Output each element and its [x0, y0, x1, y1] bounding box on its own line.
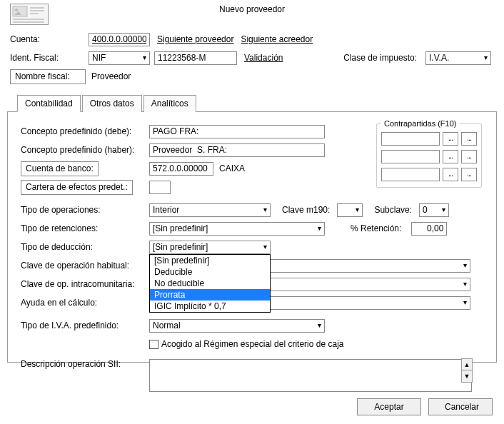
scroll-down-icon[interactable]: ▼	[462, 370, 472, 382]
dropdown-option[interactable]: Prorrata	[150, 289, 270, 301]
contrapartida-input-2[interactable]	[381, 150, 440, 163]
window-title: Nuevo proveedor	[0, 0, 504, 19]
clase-impuesto-select[interactable]: I.V.A.	[425, 51, 491, 65]
contrapartida-btn-1b[interactable]: ...	[461, 132, 477, 146]
dropdown-option[interactable]: Deducible	[150, 266, 270, 278]
cuenta-banco-input[interactable]	[149, 162, 213, 176]
contrapartida-btn-1a[interactable]: ...	[443, 132, 458, 146]
concepto-haber-label: Concepto predefinido (haber):	[21, 145, 149, 155]
aceptar-button[interactable]: Aceptar	[357, 398, 421, 415]
contrapartida-row: ... ...	[381, 132, 477, 146]
cartera-input[interactable]	[149, 181, 171, 194]
descripcion-sii-label: Descripción operación SII:	[21, 359, 149, 369]
document-template-icon	[10, 4, 49, 25]
cuenta-banco-button[interactable]: Cuenta de banco:	[21, 161, 99, 176]
dropdown-option[interactable]: No deducible	[150, 278, 270, 289]
ident-fiscal-label: Ident. Fiscal:	[10, 53, 89, 63]
clave-op-habitual-label: Clave de operación habitual:	[21, 261, 149, 271]
contrapartida-btn-2b[interactable]: ...	[461, 150, 477, 163]
concepto-haber-input[interactable]	[149, 143, 325, 157]
ident-type-select[interactable]: NIF	[89, 51, 150, 65]
tab-contabilidad[interactable]: Contabilidad	[17, 95, 81, 112]
cartera-button[interactable]: Cartera de efectos predet.:	[21, 180, 133, 195]
scroll-up-icon[interactable]: ▲	[462, 359, 472, 370]
cancelar-button[interactable]: Cancelar	[428, 398, 493, 415]
concepto-debe-input[interactable]	[149, 125, 325, 138]
tab-analiticos[interactable]: Analíticos	[143, 95, 196, 112]
nombre-fiscal-input[interactable]	[89, 70, 474, 84]
dropdown-option[interactable]: IGIC Implícito * 0,7	[150, 301, 270, 312]
contrapartida-btn-3b[interactable]: ...	[461, 168, 477, 181]
svg-rect-3	[30, 10, 44, 11]
clave-m190-label: Clave m190:	[282, 205, 334, 215]
svg-rect-2	[30, 7, 44, 9]
tab-otros-datos[interactable]: Otros datos	[82, 95, 142, 112]
tipo-retenciones-label: Tipo de retenciones:	[21, 223, 149, 233]
tipo-operaciones-label: Tipo de operaciones:	[21, 205, 149, 215]
subclave-select[interactable]: 0	[419, 203, 449, 217]
svg-rect-5	[13, 19, 44, 20]
tipo-iva-label: Tipo de I.V.A. predefinido:	[21, 320, 149, 330]
contrapartidas-group: Contrapartidas (F10) ... ... ... ... ...…	[376, 119, 482, 188]
clave-m190-select[interactable]	[337, 203, 363, 217]
contrapartida-input-1[interactable]	[381, 132, 440, 146]
tipo-iva-select[interactable]: Normal	[149, 319, 325, 333]
clase-impuesto-label: Clase de impuesto:	[306, 53, 421, 63]
pct-retencion-input[interactable]	[411, 222, 447, 236]
cuenta-label: Cuenta:	[10, 34, 89, 44]
siguiente-acreedor-link[interactable]: Siguiente acreedor	[241, 34, 313, 44]
svg-point-1	[15, 9, 18, 11]
nombre-fiscal-button[interactable]: Nombre fiscal:	[10, 69, 86, 84]
tipo-deduccion-dropdown[interactable]: [Sin predefinir]DeducibleNo deduciblePro…	[149, 254, 271, 313]
contrapartidas-legend: Contrapartidas (F10)	[381, 119, 460, 128]
contrapartida-row: ... ...	[381, 150, 477, 163]
concepto-debe-label: Concepto predefinido (debe):	[21, 126, 149, 136]
ident-value-input[interactable]	[154, 51, 237, 65]
tipo-retenciones-select[interactable]: [Sin predefinir]	[149, 222, 325, 236]
tipo-deduccion-select[interactable]: [Sin predefinir]	[149, 241, 271, 254]
subclave-label: Subclave:	[374, 205, 416, 215]
pct-retencion-label: % Retención:	[351, 223, 405, 233]
tipo-operaciones-select[interactable]: Interior	[149, 203, 271, 217]
checkbox-box-icon	[149, 340, 158, 349]
svg-rect-4	[30, 13, 39, 14]
descripcion-sii-textarea[interactable]	[149, 359, 472, 392]
tipo-deduccion-label: Tipo de deducción:	[21, 242, 149, 252]
textarea-scroll-icon[interactable]: ▲ ▼	[461, 358, 473, 383]
validacion-link[interactable]: Validación	[244, 53, 283, 63]
contrapartida-row: ... ...	[381, 168, 477, 181]
ayuda-calculo-label: Ayuda en el cálculo:	[21, 298, 149, 308]
contrapartida-btn-3a[interactable]: ...	[443, 168, 458, 181]
svg-rect-6	[13, 21, 44, 23]
acogido-checkbox[interactable]: Acogido al Régimen especial del criterio…	[149, 339, 343, 349]
contrapartida-btn-2a[interactable]: ...	[443, 150, 458, 163]
contrapartida-input-3[interactable]	[381, 168, 440, 181]
tab-panel: Contrapartidas (F10) ... ... ... ... ...…	[7, 111, 497, 363]
cuenta-banco-name: CAIXA	[219, 163, 245, 173]
cuenta-input[interactable]	[89, 33, 150, 46]
clave-intra-label: Clave de op. intracomunitaria:	[21, 279, 149, 289]
dropdown-option[interactable]: [Sin predefinir]	[150, 255, 270, 266]
acogido-label: Acogido al Régimen especial del criterio…	[161, 339, 343, 349]
siguiente-proveedor-link[interactable]: Siguiente proveedor	[157, 34, 233, 44]
